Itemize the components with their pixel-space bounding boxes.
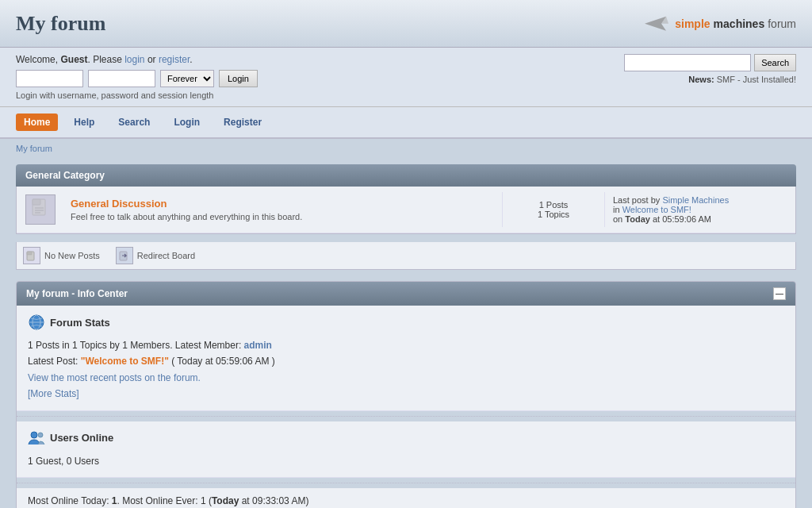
period: .: [190, 54, 192, 65]
online-divider: [17, 483, 795, 483]
no-new-posts-label: No New Posts: [44, 251, 100, 260]
users-online-label: Users Online: [50, 432, 113, 444]
smf-plane-icon: [645, 16, 668, 32]
forum-title: My forum: [16, 12, 105, 36]
users-icon-svg: [28, 429, 45, 447]
or-text: or: [145, 54, 159, 65]
redirect-board-icon: [116, 247, 133, 264]
info-center-title: My forum - Info Center: [26, 288, 128, 299]
login-link[interactable]: login: [124, 54, 144, 65]
nav-login[interactable]: Login: [166, 114, 208, 131]
session-select[interactable]: Forever: [160, 70, 214, 87]
smf-simple: simple: [675, 17, 710, 30]
most-online-ever-text: . Most Online Ever: 1 (: [117, 495, 212, 506]
board-table: General Discussion Feel free to talk abo…: [16, 187, 796, 234]
users-online-title: Users Online: [28, 429, 784, 447]
lastpost-author[interactable]: Simple Machines: [662, 195, 729, 205]
board-name[interactable]: General Discussion: [71, 198, 167, 210]
search-row: Search: [624, 54, 796, 71]
nav-register[interactable]: Register: [216, 114, 270, 131]
news-content: SMF - Just Installed!: [717, 75, 796, 84]
board-lastpost: Last post by Simple Machines in Welcome …: [605, 187, 795, 232]
password-input[interactable]: [88, 70, 155, 87]
online-count: 1 Guest, 0 Users: [28, 456, 99, 467]
guest-username: Guest: [60, 54, 87, 65]
users-online-text: 1 Guest, 0 Users: [28, 453, 784, 469]
login-button[interactable]: Login: [219, 70, 258, 87]
board-posts: 1 Posts: [511, 200, 596, 210]
ever-time: at 09:33:03 AM): [239, 495, 308, 506]
latest-member-link[interactable]: admin: [244, 340, 272, 351]
welcome-section: Welcome, Guest. Please login or register…: [16, 54, 624, 100]
lastpost-by: by: [651, 195, 661, 205]
navbar: Home Help Search Login Register: [0, 107, 812, 139]
smf-machines: machines: [714, 17, 765, 30]
document-icon: [31, 198, 50, 221]
stats-line1: 1 Posts in 1 Topics by 1 Members. Latest…: [28, 340, 244, 351]
welcome-prefix: Welcome,: [16, 54, 60, 65]
stats-icon-svg: [28, 314, 45, 331]
redirect-icon-svg: [119, 250, 130, 261]
lastpost-time: at 05:59:06 AM: [653, 214, 711, 224]
smf-forum: forum: [768, 17, 796, 30]
collapse-button[interactable]: —: [773, 287, 786, 300]
lastpost-today: Today: [625, 214, 650, 224]
most-online-today-label: Most Online Today:: [28, 495, 112, 506]
latest-post-prefix: Latest Post:: [28, 356, 81, 367]
user-bar: Welcome, Guest. Please login or register…: [0, 48, 812, 107]
svg-point-13: [31, 432, 37, 438]
news-section: News: SMF - Just Installed!: [688, 75, 796, 84]
most-online-text: Most Online Today: 1. Most Online Ever: …: [28, 493, 784, 508]
lastpost-on: on: [613, 214, 622, 224]
info-center-header: My forum - Info Center —: [17, 282, 795, 306]
news-label: News:: [688, 75, 714, 84]
page-header: My forum simplemachines forum: [0, 0, 812, 48]
legend-no-new-posts: No New Posts: [23, 247, 100, 264]
register-link[interactable]: register: [159, 54, 190, 65]
forum-stats-label: Forum Stats: [50, 317, 110, 329]
board-topics: 1 Topics: [511, 210, 596, 219]
breadcrumb: My forum: [0, 139, 812, 158]
nav-home[interactable]: Home: [16, 114, 58, 131]
today-count: 1: [112, 495, 117, 506]
forum-stats-section: Forum Stats 1 Posts in 1 Topics by 1 Mem…: [17, 306, 795, 411]
users-online-section: Users Online 1 Guest, 0 Users: [17, 421, 795, 478]
search-button[interactable]: Search: [754, 54, 796, 71]
welcome-suffix: . Please: [87, 54, 124, 65]
board-info: General Discussion Feel free to talk abo…: [64, 190, 502, 229]
lastpost-thread[interactable]: Welcome to SMF!: [622, 205, 691, 214]
recent-posts-link[interactable]: View the most recent posts on the forum.: [28, 372, 201, 383]
board-legend: No New Posts Redirect Board: [16, 242, 796, 270]
welcome-text: Welcome, Guest. Please login or register…: [16, 54, 624, 65]
latest-post-time: ( Today at 05:59:06 AM ): [169, 356, 275, 367]
no-new-icon-svg: [26, 250, 37, 261]
more-stats-link[interactable]: [More Stats]: [28, 388, 79, 399]
breadcrumb-home[interactable]: My forum: [16, 144, 52, 153]
nav-help[interactable]: Help: [66, 114, 102, 131]
board-row: General Discussion Feel free to talk abo…: [17, 187, 795, 233]
main-content: General Category General Discussion Fee: [16, 164, 796, 508]
forum-stats-icon: [28, 314, 45, 331]
username-input[interactable]: [16, 70, 83, 87]
smf-logo: simplemachines forum: [645, 16, 796, 32]
login-form: Forever Login: [16, 70, 624, 87]
board-icon-img: [25, 194, 56, 225]
forum-stats-text: 1 Posts in 1 Topics by 1 Members. Latest…: [28, 337, 784, 402]
ever-today: Today: [212, 495, 239, 506]
latest-post-link[interactable]: "Welcome to SMF!": [81, 356, 169, 367]
search-input[interactable]: [624, 54, 751, 71]
svg-rect-3: [33, 199, 40, 205]
lastpost-in: in: [613, 205, 620, 214]
nav-search[interactable]: Search: [110, 114, 158, 131]
lastpost-label: Last post: [613, 195, 649, 205]
forum-stats-title: Forum Stats: [28, 314, 784, 331]
board-description: Feel free to talk about anything and eve…: [71, 212, 496, 221]
board-stats: 1 Posts 1 Topics: [502, 192, 605, 227]
section-divider: [17, 416, 795, 417]
legend-redirect-board: Redirect Board: [116, 247, 195, 264]
svg-rect-8: [27, 252, 32, 255]
most-online-section: Most Online Today: 1. Most Online Ever: …: [17, 488, 795, 508]
search-section: Search News: SMF - Just Installed!: [624, 54, 796, 84]
svg-point-14: [38, 433, 43, 437]
redirect-board-label: Redirect Board: [137, 251, 195, 260]
